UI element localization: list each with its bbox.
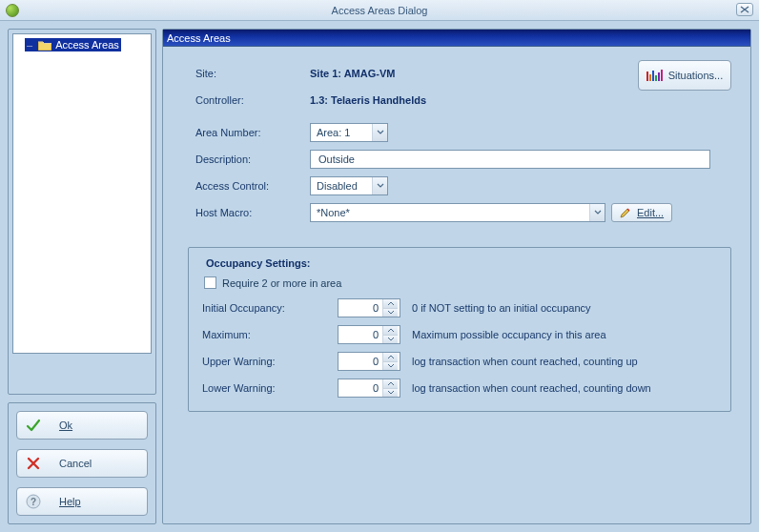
situations-icon [646, 70, 663, 81]
tree-view[interactable]: – Access Areas [12, 33, 152, 354]
chevron-down-icon [372, 177, 387, 194]
spin-up-icon[interactable] [383, 326, 398, 336]
ok-label: Ok [59, 419, 139, 431]
action-buttons: Ok Cancel ? Help [8, 402, 156, 524]
cancel-button[interactable]: Cancel [16, 449, 148, 478]
help-button[interactable]: ? Help [16, 487, 148, 516]
help-icon: ? [25, 493, 42, 510]
x-icon [25, 455, 42, 472]
help-label: Help [59, 496, 139, 507]
maximum-help: Maximum possible occupancy in this area [412, 329, 717, 340]
access-control-label: Access Control: [195, 180, 310, 192]
ok-button[interactable]: Ok [16, 411, 148, 440]
upper-warning-help: log transaction when count reached, coun… [412, 356, 717, 367]
cancel-label: Cancel [59, 458, 139, 469]
occupancy-legend: Occupancy Settings: [202, 257, 314, 269]
check-icon [25, 417, 42, 434]
folder-icon [38, 40, 51, 51]
initial-occupancy-input[interactable] [338, 301, 382, 315]
spin-down-icon[interactable] [383, 309, 398, 317]
spin-down-icon[interactable] [383, 389, 398, 398]
initial-occupancy-spinner[interactable] [338, 298, 400, 317]
tree-item-access-areas[interactable]: – Access Areas [25, 38, 121, 51]
lower-warning-help: log transaction when count reached, coun… [412, 382, 717, 394]
title-bar: Access Areas Dialog [0, 0, 759, 21]
spin-up-icon[interactable] [383, 299, 398, 309]
chevron-down-icon [589, 204, 605, 221]
upper-warning-spinner[interactable] [338, 352, 400, 371]
require-label: Require 2 or more in area [222, 277, 341, 289]
controller-value: 1.3: Telaeris Handhelds [310, 94, 426, 106]
area-number-label: Area Number: [195, 127, 310, 138]
spin-down-icon[interactable] [383, 362, 398, 371]
lower-warning-input[interactable] [338, 381, 382, 395]
spin-down-icon[interactable] [383, 336, 398, 344]
initial-occupancy-label: Initial Occupancy: [202, 302, 326, 314]
upper-warning-label: Upper Warning: [202, 356, 326, 367]
edit-button[interactable]: Edit... [611, 203, 672, 222]
host-macro-select[interactable]: *None* [310, 203, 605, 222]
chevron-down-icon [372, 124, 387, 141]
panel-header: Access Areas [163, 30, 750, 47]
require-checkbox[interactable] [204, 276, 216, 289]
area-number-value: Area: 1 [317, 127, 350, 138]
host-macro-label: Host Macro: [195, 207, 310, 218]
pencil-icon [620, 207, 631, 218]
initial-occupancy-help: 0 if NOT setting to an initial occupancy [412, 302, 717, 314]
description-field[interactable] [317, 153, 704, 166]
site-label: Site: [195, 68, 310, 79]
description-label: Description: [195, 153, 310, 165]
edit-label: Edit... [637, 207, 664, 218]
situations-label: Situations... [668, 70, 723, 81]
situations-button[interactable]: Situations... [638, 60, 731, 91]
upper-warning-input[interactable] [338, 355, 382, 368]
tree-expand-icon[interactable]: – [27, 39, 32, 51]
site-value: Site 1: AMAG-VM [310, 68, 395, 79]
controller-label: Controller: [195, 94, 310, 106]
svg-text:?: ? [31, 497, 36, 507]
tree-item-label: Access Areas [55, 39, 119, 51]
close-icon[interactable] [736, 3, 753, 16]
access-control-select[interactable]: Disabled [310, 176, 388, 195]
maximum-input[interactable] [338, 328, 382, 341]
maximum-label: Maximum: [202, 329, 326, 340]
maximum-spinner[interactable] [338, 325, 400, 344]
spin-up-icon[interactable] [383, 353, 398, 362]
lower-warning-label: Lower Warning: [202, 382, 326, 394]
access-control-value: Disabled [317, 180, 358, 192]
app-icon [6, 4, 19, 17]
spin-up-icon[interactable] [383, 379, 398, 389]
occupancy-fieldset: Occupancy Settings: Require 2 or more in… [188, 247, 731, 412]
window-title: Access Areas Dialog [0, 5, 759, 16]
lower-warning-spinner[interactable] [338, 379, 400, 398]
description-input[interactable] [310, 150, 710, 169]
area-number-select[interactable]: Area: 1 [310, 123, 388, 142]
host-macro-value: *None* [317, 207, 350, 218]
